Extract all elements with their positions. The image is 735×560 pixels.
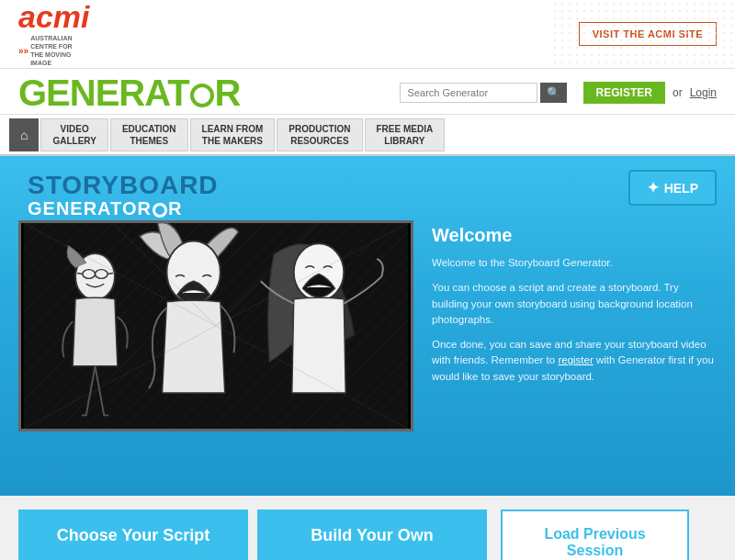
acmi-subtitle: AUSTRALIANCENTRE FORTHE MOVINGIMAGE (30, 34, 73, 67)
tab-video-gallery[interactable]: VIDEOGALLERY (40, 118, 107, 151)
svg-line-6 (77, 274, 83, 274)
svg-line-7 (107, 274, 113, 274)
welcome-panel: Welcome Welcome to the Storyboard Genera… (432, 220, 717, 431)
load-section: Load Previous Session Please log in to '… (501, 510, 689, 560)
generator-title: GENERAT (18, 73, 189, 114)
help-button[interactable]: ✦ HELP (628, 170, 717, 206)
search-input[interactable] (400, 83, 537, 103)
home-button[interactable]: ⌂ (9, 118, 39, 151)
generator-o-logo (190, 84, 214, 107)
acmi-logo: acmi »» AUSTRALIANCENTRE FORTHE MOVINGIM… (18, 1, 90, 67)
welcome-para3: Once done, you can save and share your s… (432, 337, 717, 385)
storyboard-image (21, 223, 411, 429)
storyboard-image-panel (18, 220, 413, 431)
acmi-logo-text: acmi (18, 1, 90, 32)
register-button[interactable]: REGISTER (583, 82, 665, 104)
help-label: HELP (664, 181, 698, 196)
or-label: or (673, 86, 683, 99)
tab-learn-from-makers[interactable]: LEARN FROMTHE MAKERS (190, 118, 276, 151)
login-link[interactable]: Login (690, 86, 717, 99)
build-own-button[interactable]: Build Your Own (257, 510, 487, 560)
register-link[interactable]: register (558, 354, 593, 365)
auth-area: 🔍 REGISTER or Login (400, 82, 717, 104)
tab-education-themes[interactable]: EDUCATIONTHEMES (110, 118, 188, 151)
tab-production-resources[interactable]: PRODUCTIONRESOURCES (277, 118, 362, 151)
load-session-button[interactable]: Load Previous Session (501, 510, 689, 560)
bottom-bar: Choose Your Script Build Your Own Load P… (0, 496, 735, 560)
help-icon: ✦ (647, 179, 659, 196)
welcome-para1: Welcome to the Storyboard Generator. (432, 255, 717, 271)
main-content: STORYBOARD GENERATOR R ✦ HELP (0, 156, 735, 496)
nav-bar: ⌂ VIDEOGALLERY EDUCATIONTHEMES LEARN FRO… (0, 115, 735, 156)
welcome-para2: You can choose a script and create a sto… (432, 280, 717, 328)
storyboard-title: STORYBOARD GENERATOR R (28, 173, 219, 219)
welcome-title: Welcome (432, 225, 717, 246)
content-area: Welcome Welcome to the Storyboard Genera… (18, 220, 717, 431)
choose-script-button[interactable]: Choose Your Script (18, 510, 248, 560)
generator-header: GENERAT R 🔍 REGISTER or Login (0, 69, 735, 115)
tab-free-media-library[interactable]: FREE MEDIALIBRARY (365, 118, 446, 151)
search-button[interactable]: 🔍 (540, 83, 567, 103)
